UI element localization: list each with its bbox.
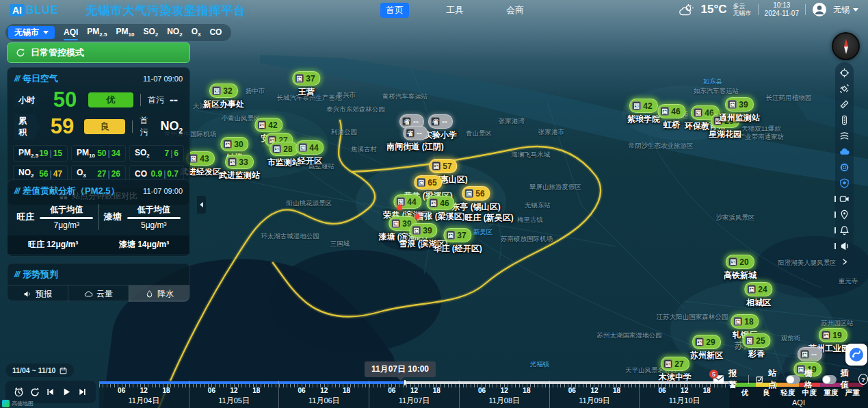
map-place-label: 海澜飞马水城	[512, 151, 551, 160]
timeline-day[interactable]: 06121811月08日	[459, 381, 549, 408]
city-selector[interactable]: 无锡市	[8, 26, 55, 39]
pin-icon[interactable]	[837, 209, 852, 220]
station-marker[interactable]: 国57	[429, 159, 457, 173]
timeline-day[interactable]: 06121811月07日	[369, 381, 459, 408]
map-place-label: 江苏大阳山国家森林公园	[657, 313, 728, 322]
station-marker[interactable]: 国27	[661, 357, 689, 371]
panel-collapse-button[interactable]	[197, 196, 206, 214]
tab-no2[interactable]: NO2	[167, 25, 182, 40]
shield-icon[interactable]	[837, 177, 852, 189]
play-button[interactable]	[60, 386, 73, 398]
cumulative-aqi-value: 59	[46, 116, 79, 138]
station-marker[interactable]: 国29	[692, 335, 720, 349]
wind-icon[interactable]	[837, 130, 852, 142]
divider	[132, 120, 133, 133]
tab-o3[interactable]: O3	[192, 25, 201, 40]
skip-forward-button[interactable]	[76, 386, 88, 398]
grid-toggle[interactable]	[786, 375, 800, 384]
station-type-icon: 国	[728, 100, 737, 109]
tab-pm2.5[interactable]: PM2.5	[87, 25, 107, 40]
forecast-tab-1[interactable]: 云量	[68, 285, 129, 302]
map-place-label: 阳山桃花源景区	[287, 199, 332, 208]
timeline-day[interactable]: 06121811月09日	[549, 381, 640, 408]
station-marker[interactable]: 国33	[225, 155, 253, 169]
station-marker[interactable]: 国--	[798, 347, 822, 361]
pollutant-metrics-grid: PM2.519|15PM1050|34SO27|6NO256|47O327|26…	[13, 145, 184, 182]
tab-co[interactable]: CO	[209, 25, 222, 39]
forecast-tab-2[interactable]: 降水	[129, 285, 189, 302]
ruler-icon[interactable]	[837, 99, 852, 110]
station-marker[interactable]: 国32	[209, 84, 237, 98]
tab-so2[interactable]: SO2	[143, 25, 158, 40]
station-marker[interactable]: 国39	[725, 97, 753, 112]
station-marker[interactable]: 国46	[426, 196, 454, 210]
station-marker[interactable]: 国20	[726, 255, 754, 269]
station-type-icon: 国	[298, 143, 307, 152]
station-marker[interactable]: 国30	[220, 137, 248, 151]
fire-alert-icon[interactable]	[413, 212, 421, 220]
tab-aqi[interactable]: AQI	[64, 25, 78, 39]
station-marker[interactable]: 国42	[629, 99, 657, 113]
locate-icon[interactable]	[837, 67, 852, 79]
help-icon[interactable]: ?	[858, 374, 868, 385]
satellite-icon[interactable]	[837, 83, 852, 94]
map-place-label: 重元寺	[839, 277, 858, 286]
interpolation-toggle[interactable]	[822, 375, 836, 384]
navigation-button[interactable]	[845, 344, 867, 366]
nav-consult[interactable]: 会商	[501, 3, 529, 18]
station-marker[interactable]: 国25	[742, 333, 770, 348]
metric-pm10: PM1050|34	[71, 145, 126, 162]
alarm-clock-button[interactable]	[13, 386, 25, 398]
station-marker[interactable]: 国28	[269, 142, 298, 156]
station-marker[interactable]: 国44	[295, 140, 324, 155]
control-mode-button[interactable]: 日常管控模式	[7, 42, 190, 63]
station-label: 旺庄 (新吴区)	[464, 212, 513, 224]
alarm-button[interactable]: 5	[713, 374, 724, 384]
timeline-day[interactable]: 06121811月05日	[189, 381, 279, 408]
skip-back-button[interactable]	[44, 386, 57, 398]
station-marker[interactable]: 国56	[462, 186, 490, 201]
station-label: 苏州新区	[690, 350, 723, 361]
fire-alert-icon[interactable]	[395, 203, 404, 212]
camera-icon[interactable]	[837, 193, 852, 205]
nav-home[interactable]: 首页	[380, 3, 409, 18]
tab-pm10[interactable]: PM10	[116, 25, 134, 40]
timeline-playhead[interactable]	[404, 380, 406, 385]
user-menu[interactable]: 无锡	[833, 4, 858, 16]
station-marker[interactable]: 国42	[254, 118, 282, 132]
amap-logo: 高德地图	[2, 400, 34, 407]
bell-icon[interactable]	[837, 225, 852, 236]
station-type-icon: 国	[432, 162, 440, 170]
station-marker[interactable]: 国37	[443, 228, 471, 242]
station-marker[interactable]: 国24	[744, 282, 772, 296]
forecast-tab-0[interactable]: 预报	[8, 285, 68, 302]
avatar[interactable]	[812, 2, 827, 17]
station-label: 华庄 (经开区)	[433, 243, 482, 255]
broadcast-icon[interactable]	[837, 240, 852, 252]
timeline-day[interactable]: 06121811月04日	[99, 381, 189, 408]
nav-tools[interactable]: 工具	[440, 3, 469, 18]
station-marker[interactable]: 国19	[819, 328, 847, 342]
station-checkbox-icon[interactable]	[755, 374, 764, 385]
station-marker[interactable]: 国43	[186, 151, 214, 166]
traffic-icon[interactable]	[837, 114, 852, 126]
station-marker[interactable]: 国46	[657, 104, 685, 118]
station-marker[interactable]: 省--	[403, 126, 428, 140]
hour-aqi-value: 50	[47, 89, 83, 111]
station-label: 紫琅学院	[627, 114, 660, 125]
station-marker[interactable]: 国65	[414, 175, 442, 190]
realtime-icon[interactable]	[837, 162, 852, 173]
station-label[interactable]: 站点	[768, 368, 782, 391]
compass-control[interactable]	[832, 32, 860, 60]
alarm-label[interactable]: 报警	[728, 368, 742, 391]
raindrop-icon	[145, 290, 154, 298]
speaker-icon	[23, 290, 32, 298]
timeline-day[interactable]: 06121811月06日	[278, 381, 369, 408]
expand-icon[interactable]	[837, 256, 852, 268]
refresh-button[interactable]	[29, 386, 41, 398]
date-range-picker[interactable]: 11/04 ~ 11/10	[5, 364, 74, 377]
station-marker[interactable]: 国37	[292, 71, 320, 86]
cloud-icon[interactable]	[837, 146, 852, 157]
station-marker[interactable]: 国18	[731, 314, 759, 329]
map-place-label: 如东县	[703, 77, 723, 86]
